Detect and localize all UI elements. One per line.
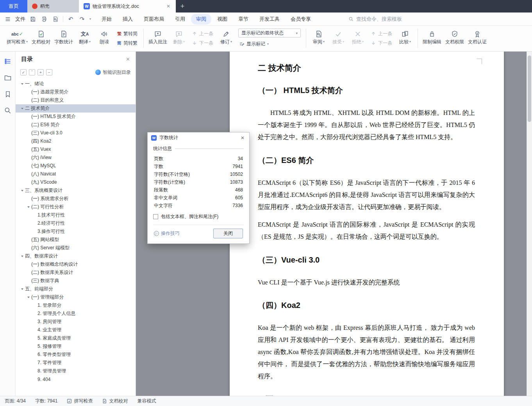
toc-item[interactable]: (三) 数据字典 xyxy=(16,277,136,285)
scrollbar-thumb[interactable] xyxy=(528,55,531,122)
search-input[interactable] xyxy=(356,16,415,22)
toc-item[interactable]: 一、绪论 xyxy=(16,80,136,88)
restrict-editing-button[interactable]: 限制编辑 xyxy=(421,27,443,50)
dialog-close-icon[interactable]: ✕ xyxy=(239,135,246,141)
statusbar-spellcheck[interactable]: 拼写检查 xyxy=(67,398,93,404)
toc-item[interactable]: 6. 零件类型管理 xyxy=(16,351,136,359)
toc-item[interactable]: (九) VScode xyxy=(16,178,136,186)
chevron-down-icon[interactable] xyxy=(20,83,25,85)
tips-link[interactable]: ▷ 操作技巧 xyxy=(154,230,180,237)
toc-item[interactable]: 5. 报修管理 xyxy=(16,342,136,351)
document-page[interactable]: 二 技术简介 （一） HTML5 技术简介 HTML5 将成为 HTML、XHT… xyxy=(230,52,504,396)
file-menu[interactable]: 文件 xyxy=(15,16,25,23)
show-markup-button[interactable]: 显示标记▾ xyxy=(238,40,301,48)
command-search[interactable] xyxy=(348,16,415,22)
chevron-down-icon[interactable] xyxy=(26,297,31,298)
ribbon-tab[interactable]: 开发工具 xyxy=(254,14,285,25)
close-icon[interactable]: ✕ xyxy=(126,56,130,62)
smart-recognize-button[interactable]: 智能识别目录 xyxy=(95,69,131,76)
print-preview-icon[interactable] xyxy=(52,15,59,23)
reject-button[interactable]: 拒绝▾ xyxy=(348,27,368,50)
toc-item[interactable]: 8. 管理员管理 xyxy=(16,367,136,375)
undo-icon[interactable]: ↶ xyxy=(67,15,75,23)
toc-item[interactable]: 5. 家庭成员管理 xyxy=(16,334,136,342)
trad-to-simp-button[interactable]: 繁 繁转简 xyxy=(115,30,140,38)
toc-item[interactable]: 4. 业主管理 xyxy=(16,326,136,334)
toc-item[interactable]: (一) 系统需求分析 xyxy=(16,195,136,203)
hamburger-menu-icon[interactable] xyxy=(4,15,12,23)
redo-icon[interactable]: ↷ xyxy=(78,15,86,23)
toc-item[interactable]: (五) Vuex xyxy=(16,145,136,154)
toc-item[interactable]: (二) 数据库关系设计 xyxy=(16,268,136,277)
insert-comment-button[interactable]: 插入批注 xyxy=(146,27,169,50)
ribbon-tab[interactable]: 页面布局 xyxy=(139,14,169,25)
toc-item[interactable]: (二) 可行性分析 xyxy=(16,203,136,211)
collapse-level-icon[interactable]: − xyxy=(46,69,52,75)
dialog-titlebar[interactable]: W 字数统计 ✕ xyxy=(148,132,249,143)
tab-document[interactable]: W 物业管理系统论文.doc ✕ xyxy=(79,0,176,13)
toc-item[interactable]: 2.经济可行性 xyxy=(16,219,136,227)
page-indicator[interactable]: 页面: 4/34 xyxy=(5,398,26,404)
prev-comment-button[interactable]: 上一条 xyxy=(189,30,216,38)
toc-item[interactable]: 1. 登录部分 xyxy=(16,301,136,309)
chevron-down-icon[interactable] xyxy=(20,108,25,109)
toc-item[interactable]: 五、前端部分 xyxy=(16,285,136,293)
toc-item[interactable]: (二) ES6 简介 xyxy=(16,121,136,129)
document-paragraph[interactable]: HTML5 将成为 HTML、XHTML 以及 HTML DOM 的新标准。HT… xyxy=(258,107,475,143)
toc-item[interactable]: 三、系统概要设计 xyxy=(16,186,136,195)
toc-item[interactable]: 9. 404 xyxy=(16,375,136,383)
review-button[interactable]: 审阅▾ xyxy=(309,27,328,50)
document-paragraph[interactable]: （一） HTML5 技术简介 xyxy=(258,85,475,96)
toc-item[interactable]: (八) Navicat xyxy=(16,170,136,178)
toc-item[interactable]: 1.技术可行性 xyxy=(16,211,136,219)
document-paragraph[interactable]: （三）Vue-cli 3.0 xyxy=(258,255,475,265)
translate-button[interactable]: 文A 翻译▾ xyxy=(75,27,95,50)
ribbon-tab[interactable]: 引用 xyxy=(170,14,190,25)
doc-authentication-button[interactable]: 文档认证 xyxy=(466,27,489,50)
doc-proof-button[interactable]: 文档校对 xyxy=(30,27,52,50)
chapter-pane-icon[interactable] xyxy=(4,73,12,82)
ribbon-tab[interactable]: 审阅 xyxy=(191,14,211,25)
toc-item[interactable]: (六) iView xyxy=(16,154,136,162)
toc-item[interactable]: (四) Koa2 xyxy=(16,137,136,145)
toc-item[interactable]: 7. 零件管理 xyxy=(16,359,136,367)
prev-change-button[interactable]: 上一条 xyxy=(368,30,395,38)
compat-mode-indicator[interactable]: 兼容模式 xyxy=(137,398,156,404)
compare-button[interactable]: 比较▾ xyxy=(395,27,415,50)
simp-to-trad-button[interactable]: 简 简转繁 xyxy=(115,39,140,47)
toc-item[interactable]: (六) Server 端模型 xyxy=(16,244,136,252)
ribbon-tab[interactable]: 会员专享 xyxy=(286,14,316,25)
toc-item[interactable]: (一) 选题背景简介 xyxy=(16,88,136,96)
toc-item[interactable]: (一) HTML5 技术简介 xyxy=(16,113,136,121)
read-aloud-button[interactable]: 朗读 xyxy=(95,27,114,50)
save-icon[interactable] xyxy=(29,15,37,23)
statusbar-doc-proof[interactable]: 文档校对 xyxy=(102,398,128,404)
redo-dropdown-icon[interactable]: ▾ xyxy=(89,17,91,21)
checkbox-unchecked-icon[interactable] xyxy=(153,214,158,219)
next-comment-button[interactable]: 下一条 xyxy=(189,39,216,47)
ribbon-tab[interactable]: 开始 xyxy=(96,14,117,25)
close-dialog-button[interactable]: 关闭 xyxy=(213,229,243,238)
toc-item[interactable]: 二 技术简介 xyxy=(16,104,136,113)
toc-item[interactable]: (五) 网站模型 xyxy=(16,236,136,244)
toc-item[interactable]: (七) MySQL xyxy=(16,162,136,170)
expand-level-icon[interactable]: + xyxy=(37,69,44,75)
select-headings-icon[interactable]: ✓ xyxy=(20,69,27,75)
accept-button[interactable]: 接受▾ xyxy=(328,27,348,50)
spellcheck-button[interactable]: abc✓ 拼写检查▾ xyxy=(5,27,30,50)
include-footnotes-option[interactable]: 包括文本框、脚注和尾注(F) xyxy=(153,213,244,220)
toc-item[interactable]: (一) 管理端部分 xyxy=(16,293,136,301)
search-pane-icon[interactable] xyxy=(4,106,12,115)
collapse-all-icon[interactable]: ˆ xyxy=(29,69,35,75)
toc-item[interactable]: 2. 管理员个人信息 xyxy=(16,309,136,318)
toc-pane-icon[interactable] xyxy=(4,57,12,66)
document-paragraph[interactable]: （四）Koa2 xyxy=(258,300,475,311)
document-paragraph[interactable]: （五）Vuex xyxy=(258,394,475,396)
markup-state-select[interactable]: 显示标记的最终状态 ▾ xyxy=(238,29,301,38)
document-paragraph[interactable]: ECMAScript 是 JavaScript 语言的国际标准，JavaScri… xyxy=(258,218,475,243)
doc-permission-button[interactable]: 文档权限 xyxy=(443,27,466,50)
word-count-indicator[interactable]: 字数: 7941 xyxy=(35,398,57,404)
chevron-down-icon[interactable] xyxy=(20,190,25,191)
home-tab[interactable]: 首页 xyxy=(0,0,27,13)
ribbon-tab[interactable]: 章节 xyxy=(233,14,254,25)
